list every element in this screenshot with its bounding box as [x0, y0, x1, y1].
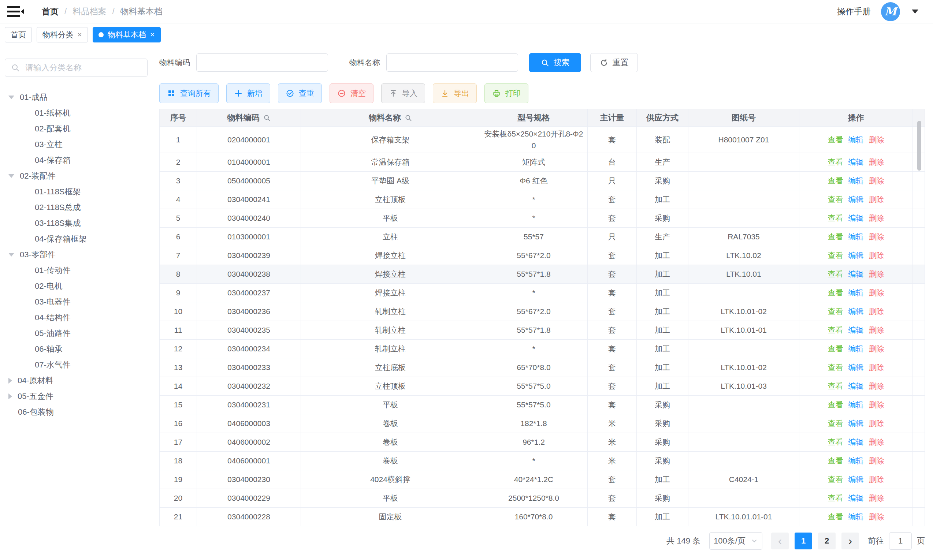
tree-node[interactable]: 04-结构件	[5, 310, 154, 325]
tree-node[interactable]: 02-配套机	[5, 121, 154, 137]
close-icon[interactable]: ×	[77, 30, 82, 40]
edit-link[interactable]: 编辑	[848, 400, 864, 409]
view-link[interactable]: 查看	[828, 382, 843, 390]
view-link[interactable]: 查看	[828, 135, 843, 144]
delete-link[interactable]: 删除	[869, 419, 884, 428]
查询所有-button[interactable]: 查询所有	[159, 83, 219, 103]
delete-link[interactable]: 删除	[869, 135, 884, 144]
edit-link[interactable]: 编辑	[848, 232, 864, 241]
delete-link[interactable]: 删除	[869, 195, 884, 203]
page-size-select[interactable]: 100条/页	[709, 532, 762, 550]
打印-button[interactable]: 打印	[485, 83, 528, 103]
view-link[interactable]: 查看	[828, 457, 843, 465]
delete-link[interactable]: 删除	[869, 270, 884, 278]
material-code-input[interactable]	[196, 54, 328, 72]
tree-node[interactable]: 02-电机	[5, 278, 154, 294]
edit-link[interactable]: 编辑	[848, 475, 864, 483]
edit-link[interactable]: 编辑	[848, 307, 864, 315]
tree-node[interactable]: 03-零部件	[5, 247, 154, 262]
page-button-2[interactable]: 2	[818, 532, 836, 549]
delete-link[interactable]: 删除	[869, 512, 884, 521]
tree-node[interactable]: 05-油路件	[5, 325, 154, 341]
prev-page-button[interactable]: ‹	[771, 532, 789, 549]
tree-arrow-expanded-icon[interactable]	[8, 95, 14, 99]
delete-link[interactable]: 删除	[869, 363, 884, 371]
view-link[interactable]: 查看	[828, 512, 843, 521]
delete-link[interactable]: 删除	[869, 177, 884, 185]
edit-link[interactable]: 编辑	[848, 512, 864, 521]
view-link[interactable]: 查看	[828, 288, 843, 297]
breadcrumb-item[interactable]: 料品档案	[72, 6, 106, 17]
edit-link[interactable]: 编辑	[848, 214, 864, 222]
delete-link[interactable]: 删除	[869, 438, 884, 446]
edit-link[interactable]: 编辑	[848, 158, 864, 166]
delete-link[interactable]: 删除	[869, 326, 884, 334]
edit-link[interactable]: 编辑	[848, 457, 864, 465]
edit-link[interactable]: 编辑	[848, 345, 864, 353]
view-link[interactable]: 查看	[828, 363, 843, 371]
tree-node[interactable]: 01-118S框架	[5, 184, 154, 200]
edit-link[interactable]: 编辑	[848, 438, 864, 446]
delete-link[interactable]: 删除	[869, 307, 884, 315]
tree-node[interactable]: 07-水气件	[5, 357, 154, 372]
delete-link[interactable]: 删除	[869, 345, 884, 353]
tab-首页[interactable]: 首页	[5, 27, 32, 43]
reset-button[interactable]: 重置	[590, 53, 638, 72]
tree-arrow-collapsed-icon[interactable]	[8, 394, 12, 399]
tree-node[interactable]: 06-包装物	[5, 404, 154, 420]
user-menu-caret-icon[interactable]	[912, 9, 918, 14]
edit-link[interactable]: 编辑	[848, 326, 864, 334]
view-link[interactable]: 查看	[828, 494, 843, 502]
breadcrumb-item[interactable]: 首页	[42, 6, 59, 17]
delete-link[interactable]: 删除	[869, 400, 884, 409]
page-button-1[interactable]: 1	[794, 532, 812, 549]
tree-node[interactable]: 04-保存箱	[5, 152, 154, 168]
delete-link[interactable]: 删除	[869, 457, 884, 465]
edit-link[interactable]: 编辑	[848, 251, 864, 260]
tree-node[interactable]: 04-保存箱框架	[5, 231, 154, 247]
tree-node[interactable]: 05-五金件	[5, 388, 154, 404]
新增-button[interactable]: 新增	[226, 83, 270, 103]
tree-node[interactable]: 06-轴承	[5, 341, 154, 357]
edit-link[interactable]: 编辑	[848, 135, 864, 144]
manual-link[interactable]: 操作手册	[837, 6, 871, 17]
edit-link[interactable]: 编辑	[848, 494, 864, 502]
edit-link[interactable]: 编辑	[848, 382, 864, 390]
category-search-box[interactable]	[5, 58, 148, 77]
view-link[interactable]: 查看	[828, 232, 843, 241]
view-link[interactable]: 查看	[828, 345, 843, 353]
tab-物料分类[interactable]: 物料分类×	[37, 27, 88, 43]
goto-page-input[interactable]	[889, 532, 912, 550]
tree-node[interactable]: 03-立柱	[5, 137, 154, 152]
close-icon[interactable]: ×	[150, 30, 155, 40]
delete-link[interactable]: 删除	[869, 475, 884, 483]
tree-arrow-expanded-icon[interactable]	[8, 253, 14, 257]
view-link[interactable]: 查看	[828, 419, 843, 428]
delete-link[interactable]: 删除	[869, 288, 884, 297]
delete-link[interactable]: 删除	[869, 382, 884, 390]
edit-link[interactable]: 编辑	[848, 270, 864, 278]
edit-link[interactable]: 编辑	[848, 419, 864, 428]
view-link[interactable]: 查看	[828, 400, 843, 409]
category-search-input[interactable]	[25, 63, 141, 73]
tree-node[interactable]: 01-纸杯机	[5, 105, 154, 121]
edit-link[interactable]: 编辑	[848, 288, 864, 297]
view-link[interactable]: 查看	[828, 195, 843, 203]
tree-node[interactable]: 03-118S集成	[5, 215, 154, 231]
清空-button[interactable]: 清空	[329, 83, 374, 103]
edit-link[interactable]: 编辑	[848, 177, 864, 185]
delete-link[interactable]: 删除	[869, 158, 884, 166]
tree-arrow-expanded-icon[interactable]	[8, 174, 14, 178]
delete-link[interactable]: 删除	[869, 232, 884, 241]
edit-link[interactable]: 编辑	[848, 363, 864, 371]
导入-button[interactable]: 导入	[381, 83, 425, 103]
tree-arrow-collapsed-icon[interactable]	[8, 378, 12, 383]
collapse-sidebar-icon[interactable]	[7, 6, 24, 18]
tree-node[interactable]: 01-成品	[5, 89, 154, 105]
tab-物料基本档[interactable]: 物料基本档×	[92, 27, 161, 43]
查重-button[interactable]: 查重	[278, 83, 322, 103]
table-scrollbar-thumb[interactable]	[917, 121, 921, 171]
view-link[interactable]: 查看	[828, 177, 843, 185]
view-link[interactable]: 查看	[828, 214, 843, 222]
view-link[interactable]: 查看	[828, 251, 843, 260]
